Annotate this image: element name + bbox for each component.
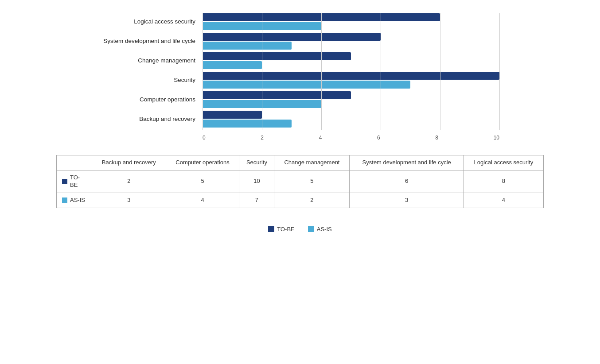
x-label-8: 8 xyxy=(435,135,438,141)
bar-row-4: Computer operations xyxy=(101,91,499,108)
row-label-0: TO-BE xyxy=(57,170,92,193)
bar-label-1: System development and life cycle xyxy=(101,37,203,45)
table-cell-0-2: 10 xyxy=(239,170,274,193)
bar-tobe-3 xyxy=(203,72,499,80)
legend-label-1: AS-IS xyxy=(317,226,332,232)
bar-row-1: System development and life cycle xyxy=(101,33,499,50)
bar-label-0: Logical access security xyxy=(101,18,203,26)
bars-group-0 xyxy=(203,13,499,30)
x-axis-labels: 0246810 xyxy=(203,133,499,141)
bar-row-5: Backup and recovery xyxy=(101,111,499,128)
row-label-1: AS-IS xyxy=(57,193,92,208)
table-cell-1-5: 4 xyxy=(464,193,543,208)
bar-asis-0 xyxy=(203,22,321,30)
row-label-text-1: AS-IS xyxy=(70,197,85,204)
bar-asis-3 xyxy=(203,81,410,89)
x-axis: 0246810 xyxy=(203,133,499,142)
bar-asis-1 xyxy=(203,42,292,50)
table-cell-1-1: 4 xyxy=(166,193,239,208)
x-label-6: 6 xyxy=(377,135,380,141)
legend-color-0 xyxy=(268,226,274,232)
legend-label-0: TO-BE xyxy=(277,226,295,232)
chart-rows: Logical access securitySystem developmen… xyxy=(101,13,499,130)
bar-label-5: Backup and recovery xyxy=(101,115,203,123)
bars-group-3 xyxy=(203,72,499,89)
table-header-3: Security xyxy=(239,155,274,170)
x-label-2: 2 xyxy=(261,135,264,141)
table-header-4: Change management xyxy=(274,155,350,170)
table-cell-1-4: 3 xyxy=(350,193,464,208)
legend-item-1: AS-IS xyxy=(308,226,332,232)
bar-tobe-5 xyxy=(203,111,262,119)
bars-group-2 xyxy=(203,52,499,69)
bars-group-4 xyxy=(203,91,499,108)
table-cell-0-4: 6 xyxy=(350,170,464,193)
bar-row-2: Change management xyxy=(101,52,499,69)
grid-line-10 xyxy=(499,13,500,130)
bar-label-2: Change management xyxy=(101,57,203,65)
table-header-6: Logical access security xyxy=(464,155,543,170)
bar-tobe-1 xyxy=(203,33,381,41)
table-cell-0-0: 2 xyxy=(92,170,166,193)
table-header-0 xyxy=(57,155,92,170)
table-header-2: Computer operations xyxy=(166,155,239,170)
table-cell-1-0: 3 xyxy=(92,193,166,208)
bar-row-3: Security xyxy=(101,72,499,89)
x-label-4: 4 xyxy=(319,135,322,141)
bar-label-3: Security xyxy=(101,76,203,84)
x-label-0: 0 xyxy=(203,135,206,141)
legend-color-1 xyxy=(308,226,314,232)
table-cell-0-5: 8 xyxy=(464,170,543,193)
main-container: Logical access securitySystem developmen… xyxy=(18,13,582,232)
bar-asis-2 xyxy=(203,61,262,69)
table-cell-0-1: 5 xyxy=(166,170,239,193)
bar-tobe-0 xyxy=(203,13,440,21)
table-header-1: Backup and recovery xyxy=(92,155,166,170)
legend: TO-BEAS-IS xyxy=(268,226,331,232)
bar-tobe-4 xyxy=(203,91,351,99)
legend-item-0: TO-BE xyxy=(268,226,295,232)
table-cell-1-2: 7 xyxy=(239,193,274,208)
data-table: Backup and recoveryComputer operationsSe… xyxy=(56,155,544,208)
bars-group-1 xyxy=(203,33,499,50)
bar-row-0: Logical access security xyxy=(101,13,499,30)
bar-asis-4 xyxy=(203,100,321,108)
bar-tobe-2 xyxy=(203,52,351,60)
bars-group-5 xyxy=(203,111,499,128)
bar-asis-5 xyxy=(203,120,292,128)
bar-label-4: Computer operations xyxy=(101,96,203,104)
table-cell-1-3: 2 xyxy=(274,193,350,208)
row-label-text-0: TO-BE xyxy=(70,174,87,189)
table-header-5: System development and life cycle xyxy=(350,155,464,170)
x-label-10: 10 xyxy=(494,135,499,141)
table-row-0: TO-BE2510568 xyxy=(57,170,544,193)
table-row-1: AS-IS347234 xyxy=(57,193,544,208)
bar-chart: Logical access securitySystem developmen… xyxy=(101,13,499,142)
table-cell-0-3: 5 xyxy=(274,170,350,193)
